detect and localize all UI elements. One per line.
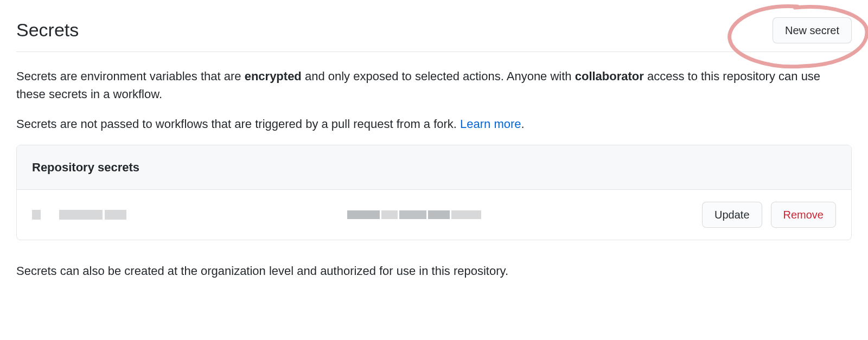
remove-button[interactable]: Remove [771, 202, 836, 228]
secrets-box: Repository secrets Update Remove [16, 145, 852, 240]
secret-actions: Update Remove [702, 202, 836, 228]
new-secret-button[interactable]: New secret [773, 17, 852, 43]
desc-text: Secrets are environment variables that a… [16, 69, 245, 83]
desc-bold-encrypted: encrypted [245, 69, 302, 83]
secret-row: Update Remove [17, 190, 851, 240]
desc-bold-collaborator: collaborator [575, 69, 644, 83]
secret-name-redacted [32, 210, 126, 220]
description-block: Secrets are environment variables that a… [16, 67, 852, 133]
page-title: Secrets [16, 16, 79, 44]
learn-more-link[interactable]: Learn more [460, 117, 521, 131]
footer-note: Secrets can also be created at the organ… [16, 262, 852, 280]
description-paragraph-2: Secrets are not passed to workflows that… [16, 115, 852, 133]
desc-text: and only exposed to selected actions. An… [302, 69, 575, 83]
desc-text: Secrets are not passed to workflows that… [16, 117, 460, 131]
page-header: Secrets New secret [16, 16, 852, 52]
update-button[interactable]: Update [702, 202, 762, 228]
desc-text: . [521, 117, 525, 131]
secret-meta-redacted [137, 210, 691, 219]
secrets-box-heading: Repository secrets [17, 145, 851, 190]
description-paragraph-1: Secrets are environment variables that a… [16, 67, 852, 103]
